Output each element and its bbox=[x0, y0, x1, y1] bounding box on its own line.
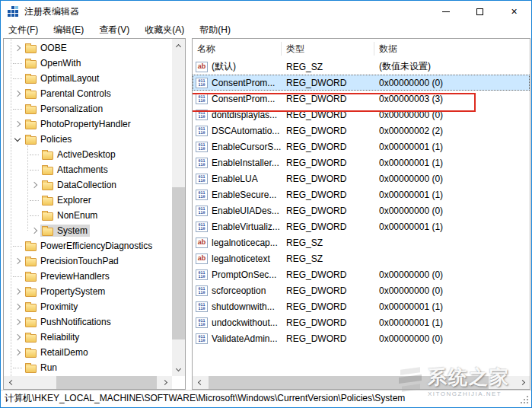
menu-item-edit[interactable]: 编辑(E) bbox=[46, 21, 91, 39]
value-data: 0x00000000 (0) bbox=[374, 333, 530, 344]
column-header-name[interactable]: 名称 bbox=[193, 42, 282, 56]
selected-key-path: 计算机\HKEY_LOCAL_MACHINE\SOFTWARE\Microsof… bbox=[5, 392, 405, 405]
registry-value-row[interactable]: 011110EnableSecure...REG_DWORD0x00000001… bbox=[193, 186, 530, 202]
chevron-right-icon[interactable] bbox=[14, 121, 21, 127]
registry-value-row[interactable]: 011110DSCAutomatio...REG_DWORD0x00000002… bbox=[193, 123, 530, 139]
dword-value-icon: 011110 bbox=[196, 94, 208, 104]
tree-item-previewhandlers[interactable]: PreviewHandlers bbox=[4, 269, 172, 284]
list-hscroll-thumb[interactable] bbox=[209, 376, 489, 389]
tree-item-explorer[interactable]: Explorer bbox=[4, 193, 172, 208]
tree-item-oobe[interactable]: OOBE bbox=[4, 40, 172, 56]
tree-item-openwith[interactable]: OpenWith bbox=[4, 56, 172, 71]
tree-item-datacollection[interactable]: DataCollection bbox=[4, 177, 172, 193]
pane-splitter[interactable] bbox=[186, 38, 192, 390]
chevron-right-icon[interactable] bbox=[14, 334, 21, 340]
chevron-right-icon[interactable] bbox=[14, 288, 21, 295]
menu-item-favorites[interactable]: 收藏夹(A) bbox=[137, 21, 192, 39]
tree-item-run[interactable]: Run bbox=[4, 360, 172, 375]
scroll-right-icon[interactable] bbox=[159, 376, 172, 389]
tree-item-powerefficiencydiagnostics[interactable]: PowerEfficiencyDiagnostics bbox=[4, 238, 172, 253]
registry-value-row[interactable]: 011110shutdownwith...REG_DWORD0x00000001… bbox=[193, 298, 530, 314]
registry-value-row[interactable]: ablegalnoticecap...REG_SZ bbox=[193, 234, 530, 250]
value-data: 0x00000001 (1) bbox=[374, 222, 530, 232]
tree-vscroll-thumb[interactable] bbox=[172, 187, 185, 339]
chevron-right-icon[interactable] bbox=[14, 304, 21, 310]
tree-hscroll-track[interactable] bbox=[17, 376, 159, 389]
status-bar: 计算机\HKEY_LOCAL_MACHINE\SOFTWARE\Microsof… bbox=[1, 390, 531, 406]
tree-item-personalization[interactable]: Personalization bbox=[4, 101, 172, 116]
registry-value-row[interactable]: 011110EnableUIADes...REG_DWORD0x00000000… bbox=[193, 202, 530, 218]
minimize-button[interactable] bbox=[428, 1, 463, 22]
tree-item-parental-controls[interactable]: Parental Controls bbox=[4, 86, 172, 101]
menu-item-file[interactable]: 文件(F) bbox=[1, 21, 46, 39]
tree-item-retaildemo[interactable]: RetailDemo bbox=[4, 345, 172, 360]
registry-value-row[interactable]: 011110ValidateAdmin...REG_DWORD0x0000000… bbox=[193, 330, 530, 346]
close-button[interactable]: × bbox=[497, 1, 531, 22]
value-name: EnableCursorS... bbox=[212, 142, 281, 152]
registry-app-icon bbox=[7, 5, 19, 18]
tree-vscroll-track[interactable] bbox=[172, 52, 185, 363]
chevron-right-icon[interactable] bbox=[14, 349, 21, 355]
tree-connector bbox=[13, 109, 22, 110]
registry-value-row[interactable]: ab(默认)REG_SZ(数值未设置) bbox=[193, 59, 530, 75]
tree-connector bbox=[13, 78, 22, 79]
registry-value-row[interactable]: 011110EnableCursorS...REG_DWORD0x0000000… bbox=[193, 139, 530, 155]
column-header-data[interactable]: 数据 bbox=[374, 42, 530, 56]
registry-value-row[interactable]: 011110dontdisplaylas...REG_DWORD0x000000… bbox=[193, 107, 530, 123]
chevron-right-icon[interactable] bbox=[31, 228, 37, 234]
registry-value-row[interactable]: 011110PromptOnSec...REG_DWORD0x00000000 … bbox=[193, 266, 530, 282]
chevron-right-icon[interactable] bbox=[31, 182, 37, 188]
tree-hscroll-thumb[interactable] bbox=[56, 376, 157, 389]
registry-value-row[interactable]: 011110EnableLUAREG_DWORD0x00000000 (0) bbox=[193, 171, 530, 186]
menu-bar: 文件(F)编辑(E)查看(V)收藏夹(A)帮助(H) bbox=[1, 22, 531, 38]
tree-item-optimallayout[interactable]: OptimalLayout bbox=[4, 71, 172, 86]
chevron-down-icon[interactable] bbox=[14, 135, 21, 141]
scroll-left-icon[interactable] bbox=[193, 376, 205, 389]
registry-value-row[interactable]: 011110ConsentProm...REG_DWORD0x00000000 … bbox=[193, 75, 530, 91]
value-type: REG_DWORD bbox=[282, 142, 374, 152]
registry-value-row[interactable]: 011110EnableInstaller...REG_DWORD0x00000… bbox=[193, 155, 530, 171]
close-icon: × bbox=[511, 6, 517, 17]
folder-icon bbox=[42, 182, 53, 190]
tree-item-pushnotifications[interactable]: PushNotifications bbox=[4, 314, 172, 330]
list-horizontal-scrollbar[interactable] bbox=[193, 376, 530, 389]
tree-item-precisiontouchpad[interactable]: PrecisionTouchPad bbox=[4, 253, 172, 269]
tree-item-reliability[interactable]: Reliability bbox=[4, 330, 172, 345]
value-data: 0x00000001 (1) bbox=[374, 158, 530, 168]
registry-value-row[interactable]: 011110scforceoptionREG_DWORD0x00000000 (… bbox=[193, 282, 530, 298]
tree-item-system[interactable]: System bbox=[4, 223, 172, 238]
tree-item-photopropertyhandler[interactable]: PhotoPropertyHandler bbox=[4, 116, 172, 132]
tree-connector bbox=[13, 368, 22, 368]
tree-item-propertysystem[interactable]: PropertySystem bbox=[4, 284, 172, 299]
chevron-right-icon[interactable] bbox=[14, 258, 21, 264]
tree-item-activedesktop[interactable]: ActiveDesktop bbox=[4, 147, 172, 162]
chevron-right-icon[interactable] bbox=[14, 91, 21, 97]
scroll-left-icon[interactable] bbox=[4, 376, 17, 389]
tree-item-policies[interactable]: Policies bbox=[4, 132, 172, 147]
scroll-up-icon[interactable] bbox=[172, 39, 185, 52]
registry-value-row[interactable]: 011110ConsentProm...REG_DWORD0x00000003 … bbox=[193, 91, 530, 107]
chevron-right-icon[interactable] bbox=[14, 319, 21, 325]
registry-values-list: ab(默认)REG_SZ(数值未设置)011110ConsentProm...R… bbox=[193, 59, 530, 376]
scroll-right-icon[interactable] bbox=[517, 376, 530, 389]
scroll-down-icon[interactable] bbox=[172, 363, 185, 376]
tree-horizontal-scrollbar[interactable] bbox=[4, 376, 172, 389]
column-header-type[interactable]: 类型 bbox=[282, 42, 374, 56]
chevron-right-icon[interactable] bbox=[14, 45, 21, 51]
maximize-button[interactable] bbox=[463, 1, 497, 22]
registry-value-row[interactable]: 011110EnableVirtualiz...REG_DWORD0x00000… bbox=[193, 218, 530, 234]
folder-icon bbox=[25, 258, 37, 266]
menu-item-help[interactable]: 帮助(H) bbox=[192, 21, 238, 39]
value-name: shutdownwith... bbox=[212, 301, 275, 312]
tree-item-nonenum[interactable]: NonEnum bbox=[4, 208, 172, 223]
registry-value-row[interactable]: ablegalnoticetextREG_SZ bbox=[193, 250, 530, 266]
menu-item-view[interactable]: 查看(V) bbox=[91, 21, 137, 39]
resize-grip-icon[interactable] bbox=[527, 402, 528, 403]
value-name: ValidateAdmin... bbox=[212, 333, 278, 344]
tree-item-attachments[interactable]: Attachments bbox=[4, 162, 172, 177]
title-bar[interactable]: 注册表编辑器 × bbox=[1, 1, 531, 22]
list-hscroll-track[interactable] bbox=[205, 376, 517, 389]
tree-item-proximity[interactable]: Proximity bbox=[4, 299, 172, 314]
tree-vertical-scrollbar[interactable] bbox=[172, 39, 185, 376]
registry-value-row[interactable]: 011110undockwithout...REG_DWORD0x0000000… bbox=[193, 314, 530, 330]
